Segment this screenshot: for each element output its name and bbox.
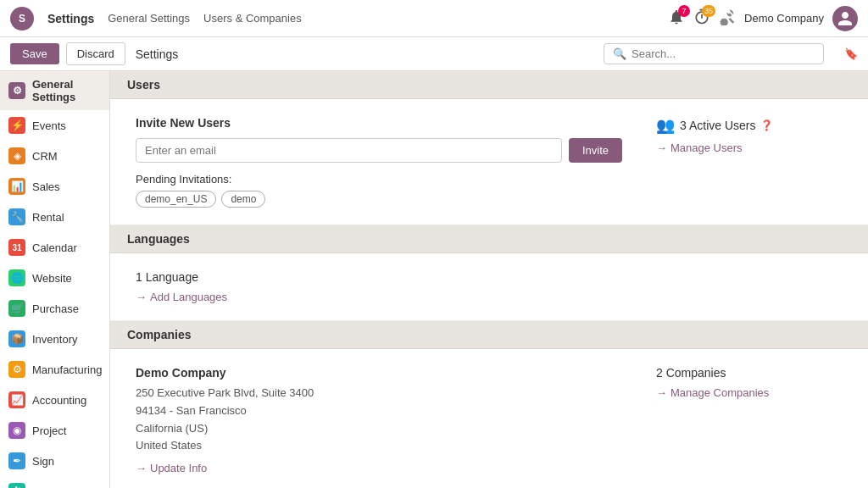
content-area: Users Invite New Users Invite Pending In… (110, 71, 868, 488)
users-section-header: Users (110, 71, 868, 99)
search-bar: 🔍 (604, 43, 824, 64)
sidebar-item-rental[interactable]: 🔧 Rental (0, 202, 109, 232)
sidebar-label-sign: Sign (32, 455, 54, 468)
notifications-count: 7 (678, 5, 690, 17)
search-input[interactable] (632, 47, 815, 60)
rental-icon: 🔧 (8, 208, 25, 225)
events-icon: ⚡ (8, 117, 25, 134)
website-icon: 🌐 (8, 269, 25, 286)
discard-button[interactable]: Discard (66, 42, 125, 65)
companies-count: 2 Companies (656, 366, 843, 380)
app-logo: S (10, 7, 34, 30)
search-icon: 🔍 (613, 47, 626, 60)
timer-icon[interactable]: 35 (693, 8, 710, 28)
arrow-icon: → (656, 141, 667, 154)
add-languages-label: Add Languages (150, 291, 227, 303)
invite-button[interactable]: Invite (569, 138, 622, 163)
sidebar-label-manufacturing: Manufacturing (32, 363, 102, 376)
pending-tag-0: demo_en_US (136, 191, 216, 208)
toolbar: Save Discard Settings 🔍 🔖 (0, 37, 868, 71)
users-grid: Invite New Users Invite Pending Invitati… (136, 116, 843, 208)
sidebar-item-sign[interactable]: ✒ Sign (0, 446, 109, 476)
address-line4: United States (136, 437, 622, 455)
sidebar-item-manufacturing[interactable]: ⚙ Manufacturing (0, 354, 109, 385)
sidebar-label-crm: CRM (32, 150, 58, 163)
sidebar-label-general-settings: General Settings (32, 78, 101, 103)
sidebar-item-calendar[interactable]: 31 Calendar (0, 232, 109, 263)
manufacturing-icon: ⚙ (8, 361, 25, 378)
languages-section-header: Languages (110, 225, 868, 253)
sidebar-item-website[interactable]: 🌐 Website (0, 263, 109, 293)
sidebar-item-sales[interactable]: 📊 Sales (0, 171, 109, 202)
company-name[interactable]: Demo Company (744, 12, 824, 25)
sidebar-item-accounting[interactable]: 📈 Accounting (0, 385, 109, 415)
timesheets-icon: ⏱ (8, 483, 25, 488)
company-right: 2 Companies → Manage Companies (656, 366, 843, 474)
sidebar-label-accounting: Accounting (32, 394, 86, 407)
users-right: 👥 3 Active Users ❓ → Manage Users (656, 116, 843, 208)
add-languages-link[interactable]: → Add Languages (136, 291, 843, 303)
user-avatar[interactable] (832, 6, 858, 31)
companies-grid: Demo Company 250 Executive Park Blvd, Su… (136, 366, 843, 474)
address-line2: 94134 - San Francisco (136, 402, 622, 420)
sidebar-label-events: Events (32, 119, 66, 132)
pending-label: Pending Invitations: (136, 173, 622, 186)
company-left: Demo Company 250 Executive Park Blvd, Su… (136, 366, 622, 474)
main-layout: ⚙ General Settings ⚡ Events ◈ CRM 📊 Sale… (0, 71, 868, 488)
address-line1: 250 Executive Park Blvd, Suite 3400 (136, 385, 622, 402)
sidebar-item-inventory[interactable]: 📦 Inventory (0, 324, 109, 354)
sidebar-label-calendar: Calendar (32, 241, 77, 254)
top-navigation: S Settings General Settings Users & Comp… (0, 0, 868, 37)
update-info-label: Update Info (150, 462, 207, 474)
users-group-icon: 👥 (656, 116, 675, 135)
crm-icon: ◈ (8, 147, 25, 164)
language-count: 1 Language (136, 270, 843, 284)
bookmark-icon[interactable]: 🔖 (844, 47, 858, 60)
sidebar: ⚙ General Settings ⚡ Events ◈ CRM 📊 Sale… (0, 71, 110, 488)
pending-tag-1: demo (221, 191, 265, 208)
manage-users-label: Manage Users (670, 141, 743, 154)
sidebar-item-events[interactable]: ⚡ Events (0, 110, 109, 141)
update-info-link[interactable]: → Update Info (136, 462, 622, 474)
manage-companies-link[interactable]: → Manage Companies (656, 386, 843, 399)
sidebar-label-inventory: Inventory (32, 333, 77, 346)
timer-count: 35 (702, 5, 715, 17)
sidebar-item-purchase[interactable]: 🛒 Purchase (0, 293, 109, 324)
sidebar-item-general-settings[interactable]: ⚙ General Settings (0, 71, 109, 110)
sidebar-label-timesheets: Timesheets (32, 485, 89, 489)
sidebar-item-project[interactable]: ◉ Project (0, 415, 109, 446)
companies-section-header: Companies (110, 321, 868, 349)
invite-row: Invite (136, 138, 622, 163)
sidebar-label-sales: Sales (32, 180, 60, 193)
sidebar-item-timesheets[interactable]: ⏱ Timesheets (0, 476, 109, 488)
topnav-right: 7 35 Demo Company (668, 6, 858, 31)
sidebar-label-project: Project (32, 424, 66, 437)
notifications-icon[interactable]: 7 (668, 8, 685, 28)
app-name: Settings (47, 12, 94, 25)
wrench-icon[interactable] (719, 8, 736, 28)
project-icon: ◉ (8, 422, 25, 439)
sidebar-label-purchase: Purchase (32, 302, 79, 315)
sidebar-item-crm[interactable]: ◈ CRM (0, 141, 109, 171)
update-arrow-icon: → (136, 462, 147, 474)
sales-icon: 📊 (8, 178, 25, 195)
company-name: Demo Company (136, 366, 622, 380)
nav-users-companies[interactable]: Users & Companies (203, 12, 302, 25)
pending-tags: demo_en_US demo (136, 191, 622, 208)
active-users-row: 👥 3 Active Users ❓ (656, 116, 843, 135)
general-settings-icon: ⚙ (8, 82, 25, 99)
save-button[interactable]: Save (10, 43, 59, 64)
companies-section-body: Demo Company 250 Executive Park Blvd, Su… (110, 349, 868, 488)
add-arrow-icon: → (136, 291, 147, 303)
sidebar-label-rental: Rental (32, 211, 64, 224)
manage-companies-label: Manage Companies (670, 386, 769, 399)
active-users-count: 3 Active Users (680, 119, 755, 132)
inventory-icon: 📦 (8, 330, 25, 347)
manage-users-link[interactable]: → Manage Users (656, 141, 843, 154)
invite-email-input[interactable] (136, 138, 562, 163)
sign-icon: ✒ (8, 452, 25, 469)
toolbar-title: Settings (136, 47, 179, 61)
nav-general-settings[interactable]: General Settings (108, 12, 190, 25)
calendar-icon: 31 (8, 239, 25, 256)
help-icon[interactable]: ❓ (760, 119, 773, 131)
